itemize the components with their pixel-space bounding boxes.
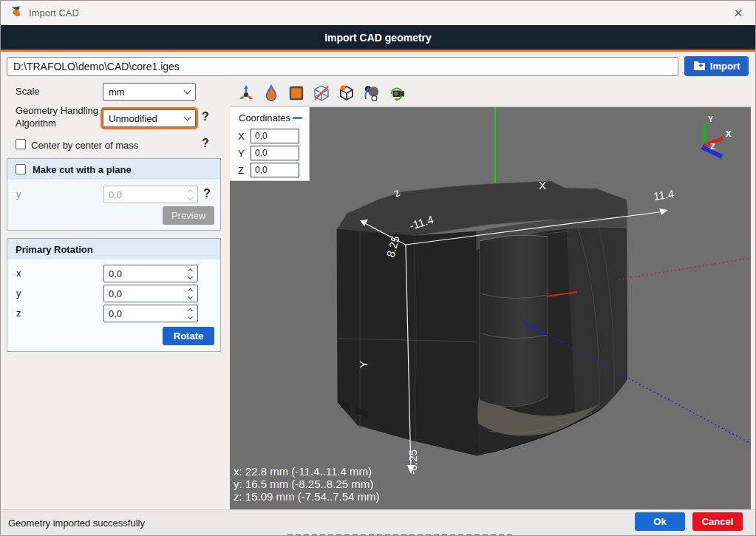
coord-y-input[interactable]	[251, 146, 299, 160]
make-cut-header: Make cut with a plane	[7, 159, 220, 180]
coord-y-label: Y	[238, 148, 245, 159]
viewport-toolbar	[230, 81, 751, 106]
collapse-icon[interactable]	[293, 117, 302, 119]
scale-dropdown-value: mm	[109, 86, 125, 98]
coordinates-panel: Coordinates X Y Z	[230, 107, 310, 181]
gha-help-icon[interactable]: ?	[202, 110, 209, 123]
cut-y-input	[104, 189, 185, 200]
dialog-header-title: Import CAD geometry	[324, 32, 432, 44]
import-cad-dialog: Import CAD ✕ Import CAD geometry Import …	[0, 0, 756, 536]
coord-x-label: X	[238, 131, 245, 142]
cut-y-label: y	[16, 189, 21, 200]
primary-rotation-title: Primary Rotation	[16, 244, 93, 255]
coord-z-label: Z	[238, 165, 244, 176]
dimension-readout: x: 22.8 mm (-11.4..11.4 mm) y: 16.5 mm (…	[234, 465, 380, 503]
ok-button[interactable]: Ok	[635, 512, 685, 531]
center-mass-help-icon[interactable]: ?	[202, 137, 209, 150]
model-y-axis-label: Y	[357, 361, 370, 368]
rot-y-spinner[interactable]	[103, 285, 198, 302]
triad-x-label: X	[726, 129, 732, 138]
rot-x-input[interactable]	[104, 268, 185, 279]
rot-y-input[interactable]	[104, 288, 185, 299]
rot-x-spinner[interactable]	[103, 265, 198, 282]
rot-x-label: x	[16, 268, 21, 279]
chevron-down-icon	[184, 86, 191, 94]
close-button[interactable]: ✕	[726, 4, 751, 22]
cut-help-icon[interactable]: ?	[203, 187, 211, 200]
arrowhead-icon	[659, 208, 668, 215]
y-dimension: y: 16.5 mm (-8.25..8.25 mm)	[234, 478, 380, 490]
rot-z-label: z	[16, 308, 21, 319]
center-mass-checkbox[interactable]	[16, 139, 26, 149]
gha-label: Geometry Handling Algorithm	[16, 104, 98, 129]
scale-dropdown[interactable]: mm	[103, 83, 196, 101]
cad-model[interactable]	[337, 181, 628, 455]
primary-rotation-header: Primary Rotation	[7, 239, 220, 259]
camera-rotate-icon[interactable]	[387, 84, 406, 103]
cancel-button[interactable]: Cancel	[692, 512, 743, 531]
window-title: Import CAD	[29, 7, 79, 18]
triad-z-label: Z	[710, 142, 715, 151]
orientation-triad[interactable]: Y X Z	[702, 115, 732, 157]
status-bar: Geometry imported successfully Ok Cancel	[1, 509, 755, 536]
transform-axes-icon[interactable]	[236, 84, 255, 103]
spinner-arrows-icon[interactable]	[185, 289, 197, 299]
import-button-label: Import	[710, 61, 740, 72]
y-min-label: -8.25	[406, 450, 419, 475]
file-path-input[interactable]	[7, 57, 678, 76]
cut-y-spinner	[103, 186, 198, 203]
spinner-arrows-icon	[185, 190, 197, 200]
folder-plus-icon	[693, 60, 706, 72]
x-axis-line-hidden	[619, 258, 751, 279]
spinner-arrows-icon[interactable]	[185, 269, 197, 279]
chevron-down-icon	[184, 113, 191, 121]
coord-x-input[interactable]	[251, 129, 299, 143]
droplet-icon[interactable]	[262, 84, 280, 103]
clip-spheres-icon[interactable]	[362, 84, 381, 103]
import-button[interactable]: Import	[684, 56, 749, 76]
gha-dropdown-value: Unmodified	[109, 113, 157, 124]
app-logo-icon	[10, 5, 23, 21]
filled-square-icon[interactable]	[287, 84, 305, 103]
3d-viewport[interactable]: z X 11.4 -11.4 8.25 Y -8.25 Y X Z	[230, 107, 751, 509]
rot-z-spinner[interactable]	[103, 305, 198, 322]
spinner-arrows-icon[interactable]	[185, 309, 197, 319]
vertex-cube-icon[interactable]	[337, 84, 355, 103]
primary-rotation-group: Primary Rotation x y z Rotate	[7, 238, 221, 352]
triad-y-label: Y	[708, 115, 714, 123]
dialog-header: Import CAD geometry	[1, 25, 755, 52]
coord-z-input[interactable]	[251, 163, 299, 177]
model-x-axis-label: X	[539, 179, 546, 191]
x-max-label: 11.4	[653, 187, 675, 203]
title-bar: Import CAD ✕	[1, 1, 755, 25]
coordinates-title: Coordinates	[239, 112, 290, 123]
make-cut-title: Make cut with a plane	[33, 164, 132, 175]
preview-button[interactable]: Preview	[163, 206, 214, 225]
z-dimension: z: 15.09 mm (-7.54..7.54 mm)	[234, 490, 380, 503]
make-cut-checkbox[interactable]	[16, 164, 26, 174]
rotate-button[interactable]: Rotate	[163, 327, 214, 345]
hide-wireframe-icon[interactable]	[312, 84, 330, 103]
rot-z-input[interactable]	[104, 308, 185, 319]
scale-label: Scale	[16, 86, 40, 97]
status-message: Geometry imported successfully	[8, 518, 145, 529]
gha-dropdown[interactable]: Unmodified	[103, 109, 196, 127]
make-cut-group: Make cut with a plane y ? Preview	[7, 158, 221, 231]
x-dimension: x: 22.8 mm (-11.4..11.4 mm)	[234, 465, 380, 478]
center-mass-label: Center by center of mass	[31, 140, 138, 151]
rot-y-label: y	[16, 288, 21, 299]
